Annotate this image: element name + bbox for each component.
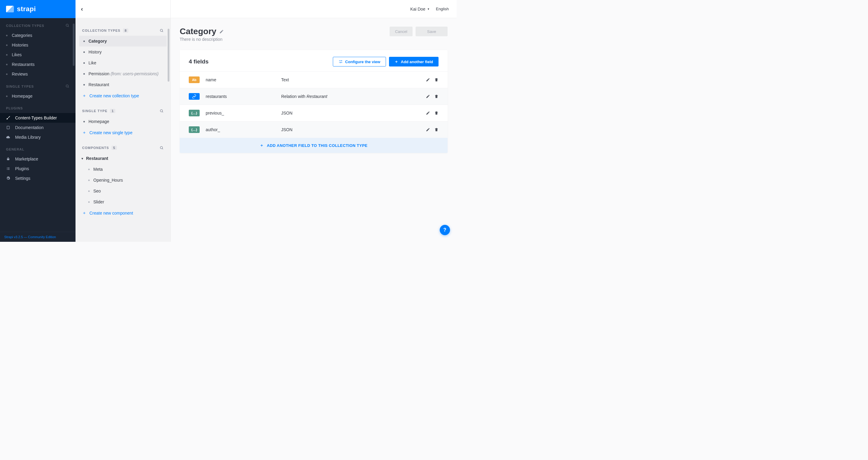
edit-title-icon[interactable]	[219, 29, 224, 34]
add-field-button[interactable]: ＋ Add another field	[389, 57, 438, 66]
type-item-restaurant[interactable]: Restaurant	[79, 79, 167, 90]
field-name: previous_	[206, 111, 281, 115]
sidebar-item-categories[interactable]: Categories	[0, 31, 75, 40]
sidebar-item-label: Likes	[12, 52, 22, 57]
scrollbar[interactable]	[167, 29, 169, 82]
search-icon[interactable]	[160, 109, 164, 113]
svg-line-3	[68, 87, 69, 88]
delete-field-icon[interactable]	[434, 94, 438, 98]
type-item-homepage[interactable]: Homepage	[79, 116, 167, 127]
main-content: Category There is no description Cancel …	[170, 18, 457, 242]
brand-name: strapi	[17, 5, 36, 13]
search-icon[interactable]	[160, 29, 164, 33]
type-item-from: (from: users-permissions)	[111, 71, 159, 76]
field-row: {…} author_ JSON	[180, 121, 447, 138]
sidebar-item-label: Restaurants	[12, 62, 34, 67]
sidebar-item-settings[interactable]: Settings	[0, 173, 75, 183]
sidebar-item-content-types-builder[interactable]: Content-Types Builder	[0, 113, 75, 123]
svg-point-4	[160, 29, 163, 31]
field-row: restaurants Relation with Restaurant	[180, 88, 447, 105]
svg-point-6	[160, 109, 163, 112]
type-item-permission[interactable]: Permission (from: users-permissions)	[79, 68, 167, 79]
back-chevron-icon[interactable]: ‹	[81, 5, 83, 12]
sidebar-item-likes[interactable]: Likes	[0, 50, 75, 60]
edit-field-icon[interactable]	[426, 78, 430, 82]
search-icon[interactable]	[65, 24, 69, 28]
group-count-badge: 1	[110, 109, 115, 113]
basket-icon	[6, 157, 11, 161]
create-collection-type-button[interactable]: ＋Create new collection type	[79, 90, 167, 102]
page-subtitle: There is no description	[180, 37, 224, 42]
version-footer[interactable]: Strapi v3.2.5 — Community Edition	[0, 232, 75, 242]
banner-label: ADD ANOTHER FIELD TO THIS COLLECTION TYP…	[267, 143, 367, 148]
delete-field-icon[interactable]	[434, 111, 438, 115]
add-label: Create new single type	[89, 130, 132, 135]
configure-view-button[interactable]: Configure the view	[333, 57, 386, 66]
plus-icon: ＋	[82, 130, 86, 135]
search-icon[interactable]	[65, 84, 69, 88]
group-title: COMPONENTS	[82, 146, 109, 150]
sidebar-item-homepage[interactable]: Homepage	[0, 91, 75, 101]
edit-field-icon[interactable]	[426, 127, 430, 132]
plus-icon: ＋	[260, 143, 264, 148]
component-item-seo[interactable]: Seo	[79, 185, 167, 197]
type-item-like[interactable]: Like	[79, 57, 167, 68]
plugins-title: PLUGINS	[6, 106, 23, 110]
plus-icon: ＋	[82, 210, 86, 216]
sidebar-item-marketplace[interactable]: Marketplace	[0, 154, 75, 164]
language-selector[interactable]: English	[436, 7, 449, 11]
field-type-badge-relation	[189, 93, 199, 100]
save-button[interactable]: Save	[415, 27, 447, 36]
field-type: Text	[281, 77, 426, 82]
help-button[interactable]: ?	[440, 225, 450, 235]
group-count-badge: 5	[112, 146, 117, 150]
delete-field-icon[interactable]	[434, 78, 438, 82]
add-field-banner[interactable]: ＋ ADD ANOTHER FIELD TO THIS COLLECTION T…	[180, 138, 447, 153]
button-label: Configure the view	[345, 60, 380, 64]
sidebar-item-plugins[interactable]: Plugins	[0, 164, 75, 173]
field-row: Ab name Text	[180, 71, 447, 88]
search-icon[interactable]	[160, 146, 164, 150]
component-item-opening-hours[interactable]: Opening_Hours	[79, 175, 167, 185]
group-title: SINGLE TYPE	[82, 109, 107, 113]
sidebar-item-documentation[interactable]: Documentation	[0, 123, 75, 133]
field-type: Relation with Restaurant	[281, 94, 426, 99]
scrollbar[interactable]	[73, 24, 74, 66]
sidebar-item-restaurants[interactable]: Restaurants	[0, 60, 75, 69]
sidebar-item-label: Plugins	[15, 166, 29, 171]
create-single-type-button[interactable]: ＋Create new single type	[79, 127, 167, 138]
delete-field-icon[interactable]	[434, 127, 438, 132]
type-item-history[interactable]: History	[79, 47, 167, 57]
component-item-label: Meta	[93, 167, 103, 172]
component-group-restaurant[interactable]: ▾Restaurant	[79, 153, 167, 164]
edit-field-icon[interactable]	[426, 111, 430, 115]
type-item-category[interactable]: Category	[79, 36, 167, 47]
sidebar-item-reviews[interactable]: Reviews	[0, 69, 75, 79]
cloud-icon	[6, 135, 11, 139]
sidebar-item-label: Homepage	[12, 94, 33, 98]
component-group-label: Restaurant	[86, 156, 108, 161]
component-item-label: Slider	[93, 199, 104, 204]
sidebar-item-label: Media Library	[15, 135, 41, 140]
single-types-header: SINGLE TYPES	[0, 79, 75, 91]
cancel-button[interactable]: Cancel	[390, 27, 412, 36]
edit-field-icon[interactable]	[426, 94, 430, 98]
logo-bar[interactable]: strapi	[0, 0, 75, 18]
caret-down-icon: ▾	[428, 7, 429, 10]
user-menu[interactable]: Kai Doe ▾	[410, 7, 430, 11]
svg-line-5	[162, 31, 163, 32]
add-label: Create new component	[89, 211, 133, 215]
component-item-meta[interactable]: Meta	[79, 164, 167, 175]
sidebar-item-label: Documentation	[15, 125, 43, 130]
type-item-label: Restaurant	[89, 82, 109, 87]
svg-point-8	[160, 146, 163, 149]
svg-line-9	[162, 148, 163, 149]
component-item-slider[interactable]: Slider	[79, 197, 167, 207]
create-component-button[interactable]: ＋Create new component	[79, 207, 167, 219]
sidebar-item-label: Marketplace	[15, 156, 38, 162]
secondary-sidebar: ‹ COLLECTION TYPES 8 Category History Li…	[75, 0, 170, 242]
button-label: Add another field	[401, 60, 433, 64]
sidebar-item-histories[interactable]: Histories	[0, 40, 75, 50]
single-type-group-header: SINGLE TYPE 1	[79, 102, 167, 116]
sidebar-item-media-library[interactable]: Media Library	[0, 133, 75, 142]
